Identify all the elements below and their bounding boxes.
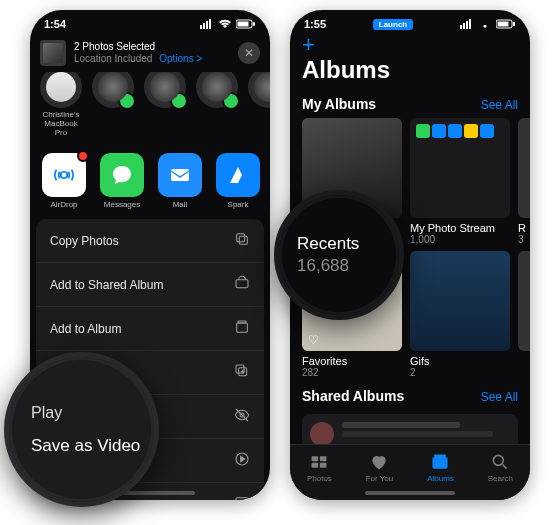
- album-gifs[interactable]: Gifs 2: [410, 251, 510, 378]
- airplay-icon: [234, 495, 250, 500]
- status-time: 1:55: [304, 18, 326, 30]
- album-photo-stream[interactable]: My Photo Stream 1,000: [410, 118, 510, 245]
- svg-rect-13: [238, 321, 246, 323]
- share-header: 2 Photos Selected Location Included Opti…: [30, 34, 270, 72]
- action-label: Add to Album: [50, 322, 121, 336]
- svg-rect-18: [236, 498, 248, 500]
- contact-avatar[interactable]: [92, 72, 134, 108]
- svg-point-7: [61, 172, 68, 179]
- app-label: Spark: [216, 200, 260, 209]
- album-name: R: [518, 222, 530, 234]
- svg-rect-11: [236, 280, 248, 288]
- tab-albums[interactable]: Albums: [427, 452, 454, 483]
- svg-rect-1: [203, 23, 205, 29]
- tab-photos[interactable]: Photos: [307, 452, 332, 483]
- svg-rect-2: [206, 21, 208, 29]
- spark-app-icon[interactable]: [216, 153, 260, 197]
- svg-rect-3: [209, 19, 211, 29]
- share-thumbnail: [40, 40, 66, 66]
- svg-rect-28: [320, 456, 327, 461]
- action-add-album[interactable]: Add to Album: [36, 307, 264, 351]
- zoom-bubble-save-video: Play Save as Video: [4, 352, 159, 507]
- hide-icon: [234, 407, 250, 426]
- album-name: Gifs: [410, 355, 510, 367]
- action-label: Copy Photos: [50, 234, 119, 248]
- svg-rect-5: [238, 22, 249, 27]
- svg-rect-27: [312, 456, 319, 461]
- svg-rect-25: [497, 22, 508, 27]
- wifi-icon: [218, 19, 232, 29]
- tab-label: Search: [488, 474, 513, 483]
- zoom-bubble-recents: Recents 16,688: [274, 190, 404, 320]
- svg-point-33: [494, 455, 504, 465]
- home-indicator[interactable]: [365, 491, 455, 495]
- tab-for-you[interactable]: For You: [366, 452, 394, 483]
- svg-rect-12: [237, 323, 248, 332]
- contact-label: Christine's MacBook Pro: [40, 110, 82, 137]
- tab-search[interactable]: Search: [488, 452, 513, 483]
- album-item[interactable]: [518, 251, 530, 378]
- share-title: 2 Photos Selected: [74, 41, 230, 53]
- play-icon: [234, 451, 250, 470]
- action-label: Add to Shared Album: [50, 278, 163, 292]
- app-label: Messages: [100, 200, 144, 209]
- svg-rect-32: [435, 455, 447, 458]
- shared-album-icon: [234, 275, 250, 294]
- avatar: [310, 422, 334, 446]
- svg-rect-29: [312, 463, 319, 468]
- battery-icon: [496, 19, 516, 29]
- airdrop-contacts-row: Christine's MacBook Pro: [30, 72, 270, 145]
- app-label: Mail: [158, 200, 202, 209]
- page-title: Albums: [290, 54, 530, 90]
- album-item[interactable]: R 3: [518, 118, 530, 245]
- app-label: AirDrop: [42, 200, 86, 209]
- share-subtitle: Location Included Options >: [74, 53, 230, 65]
- signal-icon: [200, 19, 214, 29]
- svg-rect-8: [171, 169, 189, 181]
- contact-avatar[interactable]: [40, 72, 82, 108]
- action-add-shared-album[interactable]: Add to Shared Album: [36, 263, 264, 307]
- svg-rect-9: [239, 236, 247, 244]
- shared-albums-header: Shared Albums See All: [290, 382, 530, 410]
- zoom-line: Save as Video: [31, 436, 154, 456]
- add-album-button[interactable]: +: [302, 36, 315, 54]
- svg-rect-10: [237, 234, 245, 242]
- messages-app-icon[interactable]: [100, 153, 144, 197]
- svg-rect-0: [200, 25, 202, 29]
- tab-label: Photos: [307, 474, 332, 483]
- see-all-link[interactable]: See All: [481, 98, 518, 112]
- airdrop-app-icon[interactable]: [42, 153, 86, 197]
- mail-app-icon[interactable]: [158, 153, 202, 197]
- status-bar: 1:55 Launch: [290, 10, 530, 34]
- svg-rect-22: [466, 21, 468, 29]
- tab-label: For You: [366, 474, 394, 483]
- contact-avatar[interactable]: [196, 72, 238, 108]
- zoom-line: Play: [31, 404, 154, 422]
- svg-rect-6: [253, 22, 255, 26]
- share-options-link[interactable]: Options >: [159, 53, 202, 64]
- svg-rect-26: [513, 22, 515, 26]
- share-apps-row: AirDrop Messages Mail Spark: [30, 145, 270, 219]
- zoom-line: Recents: [297, 234, 399, 254]
- svg-rect-23: [469, 19, 471, 29]
- svg-rect-21: [463, 23, 465, 29]
- launch-badge: Launch: [373, 19, 413, 30]
- svg-rect-31: [433, 457, 448, 469]
- tab-label: Albums: [427, 474, 454, 483]
- status-bar: 1:54: [30, 10, 270, 34]
- album-count: 3: [518, 234, 530, 245]
- svg-rect-20: [460, 25, 462, 29]
- album-name: Favorites: [302, 355, 402, 367]
- see-all-link[interactable]: See All: [481, 390, 518, 404]
- contact-avatar[interactable]: [248, 72, 270, 108]
- battery-icon: [236, 19, 256, 29]
- close-icon[interactable]: ✕: [238, 42, 260, 64]
- album-name: My Photo Stream: [410, 222, 510, 234]
- contact-avatar[interactable]: [144, 72, 186, 108]
- action-copy-photos[interactable]: Copy Photos: [36, 219, 264, 263]
- album-count: 2: [410, 367, 510, 378]
- zoom-line: 16,688: [297, 256, 399, 276]
- album-count: 1,000: [410, 234, 510, 245]
- my-albums-header: My Albums See All: [290, 90, 530, 118]
- copy-icon: [234, 231, 250, 250]
